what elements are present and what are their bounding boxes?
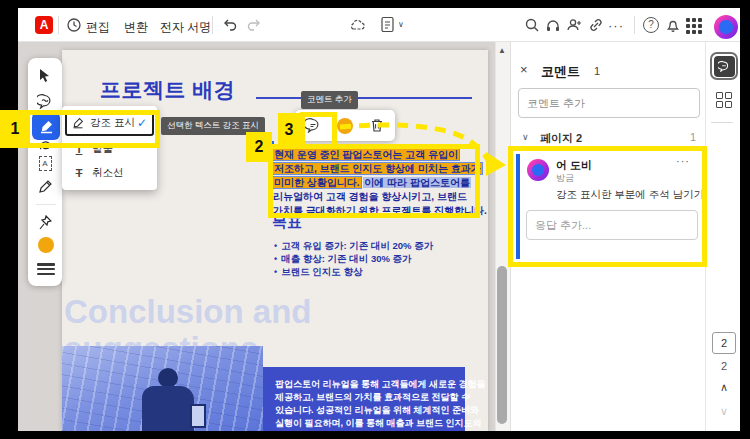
close-panel-icon[interactable]: × [520, 62, 528, 77]
comments-tool-active[interactable] [710, 52, 738, 80]
comments-panel-title: 코멘트 [541, 63, 580, 81]
next-page-icon-disabled: ∨ [712, 405, 736, 418]
apps-grid-icon[interactable] [686, 18, 702, 34]
highlight-color-swatch[interactable] [337, 118, 353, 134]
bullet-icon: • [274, 241, 277, 251]
chevron-down-icon[interactable]: ∨ [398, 20, 404, 29]
callout-box-3 [300, 112, 337, 149]
strikethrough-icon: T [72, 167, 86, 179]
callout-number-1: 1 [0, 110, 30, 148]
doc-bullet: •매출 향상: 기존 대비 30% 증가 [274, 253, 412, 266]
notifications-bell-icon[interactable] [665, 17, 681, 33]
redo-icon [246, 17, 262, 33]
conclusion-line: 실행이 필요하며, 이를 통해 매출과 브랜드 인지도의 [275, 417, 482, 430]
doc-title: 프로젝트 배경 [100, 76, 235, 104]
tooltip-add-comment: 코멘트 추가 [301, 91, 358, 109]
link-icon[interactable] [588, 17, 604, 33]
user-avatar[interactable] [714, 15, 738, 39]
menu-item-label: 취소선 [92, 166, 124, 180]
pin-tool[interactable] [33, 210, 57, 234]
read-aloud-icon[interactable] [545, 17, 561, 33]
scroll-up-icon[interactable]: ▲ [498, 46, 506, 55]
divider [58, 16, 59, 34]
callout-number-3: 3 [278, 113, 300, 147]
comment-bubble-icon [718, 61, 730, 72]
trash-icon[interactable] [366, 115, 388, 137]
doc-watermark-line1: Conclusion and [64, 293, 312, 331]
acrobat-logo-icon[interactable]: A [35, 16, 53, 34]
cloud-save-icon[interactable] [348, 17, 366, 33]
thumbnails-tool-icon[interactable] [716, 92, 732, 108]
page-group-count: 1 [690, 131, 696, 143]
bullet-icon: • [274, 254, 277, 264]
menu-edit[interactable]: 편집 [86, 19, 110, 36]
doc-bullet: •브랜드 인지도 향상 [274, 266, 362, 279]
color-swatch[interactable] [38, 237, 54, 253]
fill-sign-tool[interactable] [33, 174, 57, 198]
app-window: A 편집 변환 전자 서명 ∨ ··· ? 프로젝트 배경 Conclu [0, 0, 750, 439]
divider [212, 16, 213, 34]
divider [634, 16, 635, 34]
photo-person [158, 368, 178, 388]
doc-bullet: •고객 유입 증가: 기존 대비 20% 증가 [274, 240, 433, 253]
text-box-tool[interactable]: A [33, 151, 57, 175]
menu-item-strikethrough[interactable]: T 취소선 [72, 166, 124, 180]
page-group-label[interactable]: 페이지 2 [540, 131, 582, 146]
add-comment-input[interactable] [518, 88, 700, 118]
previous-page-icon[interactable]: ∧ [712, 381, 736, 394]
doc-conclusion-box: 팝업스토어 리뉴얼을 통해 고객들에게 새로운 경험을 제공하고, 브랜드의 가… [263, 367, 465, 431]
callout-box-2 [268, 144, 480, 218]
bullet-icon: • [274, 267, 277, 277]
doc-photo [62, 346, 263, 431]
toolbar-menu-icon[interactable] [37, 263, 55, 275]
callout-box-comment [508, 146, 707, 267]
scrollbar-thumb[interactable] [497, 266, 507, 424]
current-page-input[interactable]: 2 [712, 332, 736, 354]
conclusion-line: 제공하고, 브랜드의 가치를 효과적으로 전달할 수 [275, 391, 470, 404]
more-tools-icon[interactable]: ··· [608, 18, 624, 33]
menu-convert[interactable]: 변환 [124, 19, 148, 36]
conclusion-line: 있습니다. 성공적인 리뉴얼을 위해 체계적인 준비와 [275, 404, 479, 417]
menu-esign[interactable]: 전자 서명 [160, 19, 211, 36]
divider [711, 122, 733, 123]
search-icon[interactable] [524, 17, 540, 33]
conclusion-line: 팝업스토어 리뉴얼을 통해 고객들에게 새로운 경험을 [275, 378, 486, 391]
comments-count: 1 [594, 65, 600, 77]
help-icon[interactable]: ? [643, 17, 659, 33]
select-tool[interactable] [33, 63, 57, 87]
photo-shopping-bag [190, 404, 206, 428]
title-rule [256, 97, 472, 99]
document-menu-icon[interactable] [380, 16, 395, 33]
recent-files-icon[interactable] [66, 17, 82, 33]
callout-number-2: 2 [246, 132, 272, 162]
total-pages: 2 [712, 360, 736, 372]
share-person-icon[interactable] [566, 17, 583, 33]
divider [36, 204, 56, 205]
page-group-chevron-icon[interactable]: ∨ [522, 132, 529, 142]
undo-icon[interactable] [222, 17, 238, 33]
